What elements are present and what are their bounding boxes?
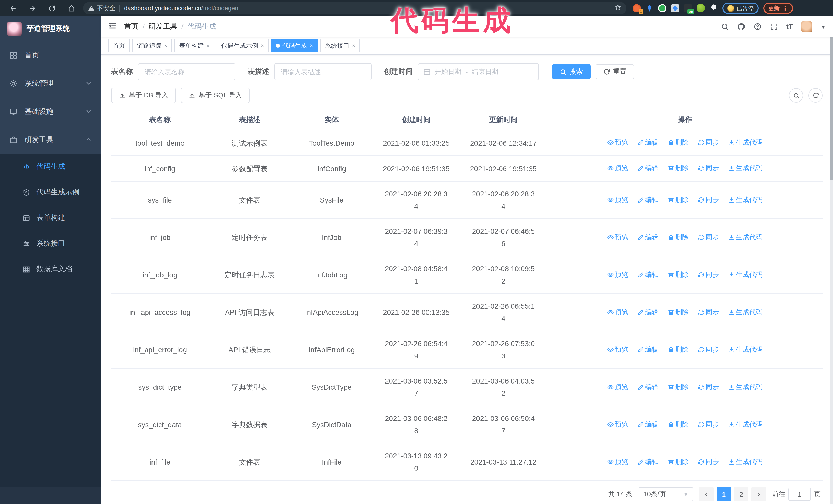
- close-icon[interactable]: ×: [310, 43, 313, 49]
- start-date-placeholder[interactable]: 开始日期: [435, 67, 461, 76]
- close-icon[interactable]: ×: [261, 43, 264, 49]
- font-size-icon[interactable]: tT: [786, 23, 793, 31]
- github-icon[interactable]: [737, 23, 745, 31]
- sync-link[interactable]: 同步: [698, 162, 719, 174]
- page-button-1[interactable]: 1: [717, 487, 731, 501]
- tab-api[interactable]: 系统接口×: [320, 39, 360, 52]
- sidebar-item-db-doc[interactable]: 数据库文档: [0, 256, 101, 282]
- delete-link[interactable]: 删除: [668, 456, 689, 468]
- refresh-table-icon[interactable]: [808, 88, 823, 102]
- goto-page-input[interactable]: [788, 487, 811, 501]
- preview-link[interactable]: 预览: [607, 136, 628, 149]
- generate-code-link[interactable]: 生成代码: [728, 268, 763, 281]
- app-logo-row[interactable]: 芋道管理系统: [0, 17, 101, 41]
- sidebar-item-api[interactable]: 系统接口: [0, 231, 101, 256]
- extension-icon-3[interactable]: [658, 4, 666, 12]
- generate-code-link[interactable]: 生成代码: [728, 162, 763, 174]
- import-sql-button[interactable]: 基于 SQL 导入: [181, 88, 250, 103]
- close-icon[interactable]: ×: [206, 43, 210, 49]
- preview-link[interactable]: 预览: [607, 162, 628, 174]
- edit-link[interactable]: 编辑: [638, 306, 659, 318]
- home-icon[interactable]: [64, 2, 79, 14]
- close-icon[interactable]: ×: [352, 43, 356, 49]
- delete-link[interactable]: 删除: [668, 343, 689, 356]
- tab-home[interactable]: 首页: [108, 39, 130, 52]
- extension-icon-4[interactable]: [671, 4, 679, 12]
- preview-link[interactable]: 预览: [607, 306, 628, 318]
- tab-codegen[interactable]: 代码生成×: [271, 39, 318, 52]
- edit-link[interactable]: 编辑: [638, 343, 659, 356]
- not-secure-warning[interactable]: 不安全: [88, 4, 115, 13]
- fullscreen-icon[interactable]: [770, 23, 778, 31]
- preview-link[interactable]: 预览: [607, 194, 628, 206]
- preview-link[interactable]: 预览: [607, 418, 628, 430]
- toggle-search-icon[interactable]: [789, 88, 803, 102]
- edit-link[interactable]: 编辑: [638, 136, 659, 149]
- sync-link[interactable]: 同步: [698, 381, 719, 393]
- sidebar-item-form-builder[interactable]: 表单构建: [0, 205, 101, 231]
- search-button[interactable]: 搜索: [552, 64, 591, 79]
- edit-link[interactable]: 编辑: [638, 456, 659, 468]
- tab-form-builder[interactable]: 表单构建×: [174, 39, 214, 52]
- preview-link[interactable]: 预览: [607, 343, 628, 356]
- browser-update-button[interactable]: 更新⋮: [763, 3, 793, 14]
- generate-code-link[interactable]: 生成代码: [728, 456, 763, 468]
- edit-link[interactable]: 编辑: [638, 418, 659, 430]
- generate-code-link[interactable]: 生成代码: [728, 194, 763, 206]
- end-date-placeholder[interactable]: 结束日期: [472, 67, 499, 76]
- sync-link[interactable]: 同步: [698, 306, 719, 318]
- generate-code-link[interactable]: 生成代码: [728, 381, 763, 393]
- reset-button[interactable]: 重置: [596, 64, 634, 79]
- profile-paused-pill[interactable]: 已暂停: [722, 3, 759, 14]
- browser-menu-dots-icon[interactable]: ⋮: [782, 5, 788, 11]
- help-icon[interactable]: [754, 23, 762, 31]
- address-bar[interactable]: 不安全 dashboard.yudao.iocoder.cn/tool/code…: [83, 2, 626, 14]
- search-icon[interactable]: [721, 23, 729, 31]
- tab-tracing[interactable]: 链路追踪×: [132, 39, 172, 52]
- sync-link[interactable]: 同步: [698, 418, 719, 430]
- edit-link[interactable]: 编辑: [638, 194, 659, 206]
- sync-link[interactable]: 同步: [698, 456, 719, 468]
- next-page-icon[interactable]: [752, 487, 766, 501]
- sync-link[interactable]: 同步: [698, 194, 719, 206]
- preview-link[interactable]: 预览: [607, 456, 628, 468]
- edit-link[interactable]: 编辑: [638, 162, 659, 174]
- delete-link[interactable]: 删除: [668, 268, 689, 281]
- table-desc-input[interactable]: [274, 63, 372, 80]
- generate-code-link[interactable]: 生成代码: [728, 306, 763, 318]
- sidebar-item-home[interactable]: 首页: [0, 41, 101, 69]
- close-icon[interactable]: ×: [164, 43, 167, 49]
- sidebar-item-infra[interactable]: 基础设施: [0, 97, 101, 126]
- extension-icon-5[interactable]: on: [684, 4, 692, 12]
- scrollbar[interactable]: [830, 17, 833, 504]
- table-name-input[interactable]: [138, 63, 235, 80]
- sync-link[interactable]: 同步: [698, 231, 719, 243]
- extension-icon-1[interactable]: 1: [633, 4, 641, 12]
- breadcrumb-home[interactable]: 首页: [124, 22, 138, 31]
- import-db-button[interactable]: 基于 DB 导入: [111, 88, 176, 103]
- delete-link[interactable]: 删除: [668, 418, 689, 430]
- breadcrumb-devtools[interactable]: 研发工具: [149, 22, 177, 31]
- bookmark-star-icon[interactable]: [615, 4, 621, 12]
- back-icon[interactable]: [5, 2, 21, 14]
- forward-icon[interactable]: [25, 2, 40, 14]
- tab-codegen-example[interactable]: 代码生成示例×: [217, 39, 269, 52]
- generate-code-link[interactable]: 生成代码: [728, 343, 763, 356]
- puzzle-extensions-icon[interactable]: [710, 4, 718, 12]
- edit-link[interactable]: 编辑: [638, 231, 659, 243]
- sidebar-item-codegen[interactable]: 代码生成: [0, 154, 101, 179]
- generate-code-link[interactable]: 生成代码: [728, 136, 763, 149]
- sync-link[interactable]: 同步: [698, 136, 719, 149]
- sidebar-item-system[interactable]: 系统管理: [0, 69, 101, 97]
- generate-code-link[interactable]: 生成代码: [728, 231, 763, 243]
- create-time-range-picker[interactable]: 开始日期 - 结束日期: [418, 63, 539, 80]
- extension-icon-2[interactable]: [645, 4, 653, 12]
- edit-link[interactable]: 编辑: [638, 268, 659, 281]
- prev-page-icon[interactable]: [699, 487, 714, 501]
- page-button-2[interactable]: 2: [734, 487, 748, 501]
- delete-link[interactable]: 删除: [668, 136, 689, 149]
- avatar-caret-icon[interactable]: ▼: [821, 24, 826, 29]
- delete-link[interactable]: 删除: [668, 231, 689, 243]
- sidebar-item-codegen-example[interactable]: 代码生成示例: [0, 179, 101, 205]
- sidebar-item-devtools[interactable]: 研发工具: [0, 126, 101, 154]
